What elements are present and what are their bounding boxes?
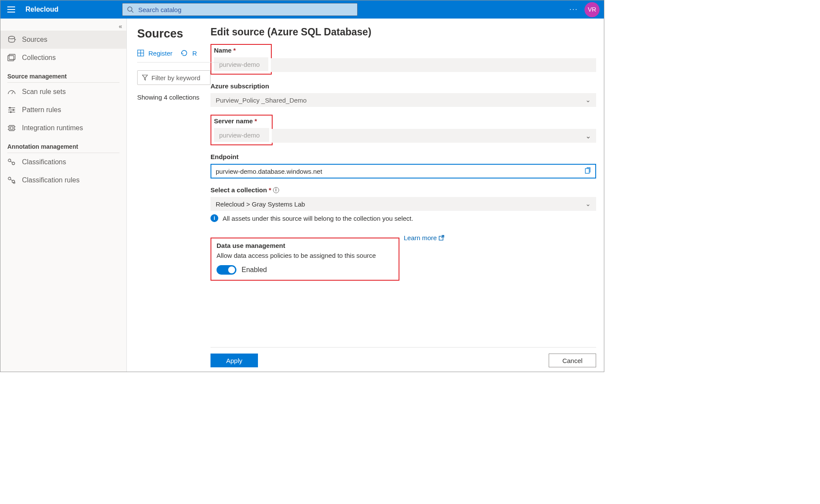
sources-title: Sources — [137, 27, 200, 41]
chevron-down-icon: ⌄ — [585, 132, 591, 140]
refresh-icon[interactable] — [180, 49, 188, 57]
grid-icon — [137, 50, 144, 56]
sidebar-item-label: Pattern rules — [22, 106, 61, 114]
sidebar-item-pattern-rules[interactable]: Pattern rules — [0, 101, 126, 119]
more-button[interactable]: ··· — [566, 5, 581, 14]
chevron-down-icon: ⌄ — [585, 200, 591, 208]
filter-input[interactable]: Filter by keyword — [137, 70, 210, 85]
user-avatar[interactable]: VR — [584, 2, 600, 17]
svg-rect-16 — [9, 125, 14, 131]
svg-point-14 — [13, 110, 14, 111]
classify-rules-icon — [7, 176, 16, 185]
collection-label: Select a collection — [210, 186, 267, 194]
classify-icon — [7, 158, 16, 166]
endpoint-input[interactable]: purview-demo.database.windows.net — [210, 164, 596, 178]
svg-line-24 — [10, 161, 13, 163]
name-input-extend — [271, 58, 596, 72]
cancel-button[interactable]: Cancel — [549, 354, 596, 367]
toggle-label: Enabled — [242, 266, 267, 274]
sources-pane: Sources Register R Filter by keyword Sho… — [127, 19, 200, 372]
register-button[interactable]: Register — [148, 50, 173, 57]
chip-icon — [7, 124, 16, 132]
required-marker: * — [254, 117, 257, 125]
sidebar-item-collections[interactable]: Collections — [0, 49, 126, 67]
chevron-down-icon: ⌄ — [585, 96, 591, 104]
panel-footer: Apply Cancel — [210, 347, 596, 372]
collection-hint: All assets under this source will belong… — [223, 215, 413, 222]
svg-line-35 — [441, 235, 444, 238]
sidebar-item-sources[interactable]: Sources — [0, 31, 126, 49]
svg-point-15 — [10, 112, 12, 113]
svg-rect-8 — [9, 54, 15, 59]
server-name-select[interactable]: purview-demo — [214, 128, 269, 142]
info-icon[interactable]: i — [273, 187, 279, 193]
sidebar-section-annotation-management: Annotation management — [0, 137, 126, 151]
svg-point-3 — [128, 7, 132, 11]
required-marker: * — [233, 47, 236, 54]
server-name-label: Server name — [214, 117, 253, 125]
hamburger-menu-button[interactable] — [5, 3, 18, 16]
copy-icon[interactable] — [584, 167, 591, 175]
filter-icon — [142, 75, 148, 81]
top-bar: Relecloud ··· VR — [0, 0, 604, 19]
sidebar-item-label: Sources — [22, 36, 47, 44]
filter-placeholder: Filter by keyword — [151, 74, 200, 81]
svg-rect-17 — [10, 127, 13, 129]
showing-text: Showing 4 collections — [137, 94, 223, 101]
collapse-sidebar-button[interactable]: « — [119, 23, 122, 30]
sidebar-section-source-management: Source management — [0, 67, 126, 81]
collection-select[interactable]: Relecloud > Gray Systems Lab ⌄ — [210, 197, 596, 211]
svg-line-27 — [10, 179, 13, 181]
svg-rect-7 — [8, 56, 14, 61]
sidebar-item-label: Integration runtimes — [22, 124, 83, 132]
sidebar-item-label: Classifications — [22, 158, 66, 166]
data-use-title: Data use management — [217, 242, 393, 249]
sidebar: « Sources Collections Source management … — [0, 19, 127, 372]
required-marker: * — [269, 186, 271, 194]
data-use-desc: Allow data access policies to be assigne… — [217, 252, 393, 259]
svg-point-13 — [9, 107, 11, 109]
search-icon — [127, 6, 134, 13]
search-input[interactable] — [138, 6, 353, 13]
svg-rect-33 — [585, 169, 589, 173]
sidebar-item-label: Classification rules — [22, 176, 79, 184]
panel-title: Edit source (Azure SQL Database) — [210, 26, 596, 38]
sidebar-item-label: Collections — [22, 54, 56, 62]
sidebar-item-classification-rules[interactable]: Classification rules — [0, 171, 126, 189]
search-box[interactable] — [122, 3, 358, 16]
sliders-icon — [7, 106, 16, 114]
data-use-toggle[interactable] — [217, 265, 236, 275]
sidebar-item-classifications[interactable]: Classifications — [0, 153, 126, 171]
external-link-icon — [439, 235, 444, 241]
svg-point-5 — [9, 36, 15, 39]
sidebar-item-label: Scan rule sets — [22, 88, 66, 96]
svg-line-9 — [12, 91, 13, 94]
endpoint-label: Endpoint — [210, 153, 239, 160]
apply-button[interactable]: Apply — [210, 354, 258, 367]
data-use-highlight: Data use management Allow data access po… — [210, 238, 399, 281]
learn-more-link[interactable]: Learn more — [404, 234, 444, 241]
collections-icon — [7, 53, 16, 62]
info-icon: i — [210, 214, 218, 222]
subscription-select[interactable]: Purview_Policy _Shared_Demo ⌄ — [210, 93, 596, 107]
brand-title: Relecloud — [25, 6, 58, 13]
sidebar-item-scan-rule-sets[interactable]: Scan rule sets — [0, 83, 126, 101]
server-name-highlight: Server name * purview-demo — [210, 115, 273, 145]
server-name-extend: ⌄ — [272, 129, 596, 143]
svg-line-4 — [132, 11, 133, 13]
sources-icon — [7, 35, 16, 44]
sidebar-item-integration-runtimes[interactable]: Integration runtimes — [0, 119, 126, 137]
refresh-label-partial: R — [192, 50, 197, 57]
svg-marker-32 — [142, 75, 148, 80]
subscription-label: Azure subscription — [210, 82, 269, 90]
edit-source-panel: Edit source (Azure SQL Database) Name * … — [200, 19, 604, 372]
gauge-icon — [7, 88, 16, 96]
